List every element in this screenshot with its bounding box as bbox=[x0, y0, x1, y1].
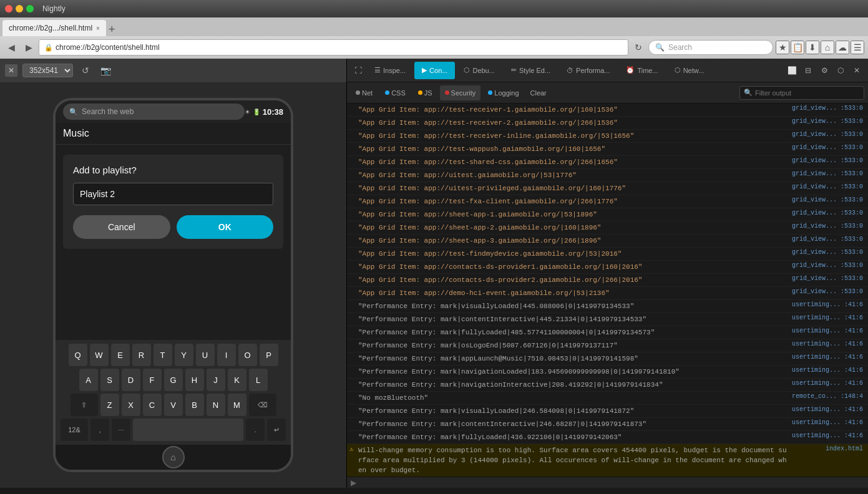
console-row[interactable]: "Performance Entry: mark|fullyLoaded|436… bbox=[347, 431, 868, 444]
filter-css[interactable]: CSS bbox=[380, 85, 411, 100]
key-r[interactable]: R bbox=[132, 344, 151, 366]
key-i[interactable]: I bbox=[217, 344, 236, 366]
console-source[interactable]: grid_view... :533:0 bbox=[789, 209, 868, 217]
console-row[interactable]: "App Grid Item: app://contacts-ds-provid… bbox=[347, 261, 868, 274]
console-source[interactable]: grid_view... :533:0 bbox=[789, 130, 868, 138]
console-source[interactable]: usertiming... :41:6 bbox=[789, 353, 868, 361]
phone-search-bar[interactable]: 🔍 Search the web bbox=[63, 104, 245, 120]
console-row[interactable]: "App Grid Item: app://contacts-ds-provid… bbox=[347, 274, 868, 287]
reload-button[interactable]: ↻ bbox=[631, 40, 646, 55]
key-q[interactable]: Q bbox=[69, 344, 87, 366]
console-source[interactable]: grid_view... :533:0 bbox=[789, 235, 868, 243]
key-o[interactable]: O bbox=[238, 344, 257, 366]
console-source[interactable]: usertiming... :41:6 bbox=[789, 379, 868, 387]
console-row[interactable]: "App Grid Item: app://test-wappush.gaiam… bbox=[347, 143, 868, 156]
console-row[interactable]: "App Grid Item: app://test-receiver-2.ga… bbox=[347, 117, 868, 130]
filter-net[interactable]: Net bbox=[351, 85, 378, 100]
console-row[interactable]: "App Grid Item: app://test-receiver-1.ga… bbox=[347, 104, 868, 117]
console-source[interactable]: usertiming... :41:6 bbox=[789, 340, 868, 348]
key-m[interactable]: M bbox=[228, 394, 246, 416]
key-shift[interactable]: ⇧ bbox=[71, 394, 98, 416]
console-source[interactable]: grid_view... :533:0 bbox=[789, 104, 868, 112]
key-period[interactable]: . bbox=[246, 419, 265, 441]
rotate-button[interactable]: ↺ bbox=[78, 63, 93, 78]
search-box[interactable]: 🔍 Search bbox=[648, 40, 773, 55]
key-d[interactable]: D bbox=[122, 369, 140, 391]
key-b[interactable]: B bbox=[185, 394, 204, 416]
console-source[interactable]: index.html bbox=[793, 445, 868, 453]
devtools-undock-icon[interactable]: ⬡ bbox=[833, 63, 848, 78]
key-space[interactable] bbox=[133, 419, 243, 441]
menu-icon[interactable]: ☰ bbox=[851, 41, 864, 54]
forward-button[interactable]: ▶ bbox=[21, 40, 36, 55]
devtools-split-icon[interactable]: ⊟ bbox=[801, 63, 816, 78]
screenshot-button[interactable]: 📷 bbox=[98, 63, 113, 78]
key-backspace[interactable]: ⌫ bbox=[249, 394, 276, 416]
console-source[interactable]: grid_view... :533:0 bbox=[789, 157, 868, 165]
console-source[interactable]: grid_view... :533:0 bbox=[789, 288, 868, 296]
console-source[interactable]: usertiming... :41:6 bbox=[789, 314, 868, 322]
key-l[interactable]: L bbox=[249, 369, 268, 391]
console-row[interactable]: "App Grid Item: app://test-fxa-client.ga… bbox=[347, 195, 868, 208]
key-z[interactable]: Z bbox=[100, 394, 119, 416]
console-row[interactable]: "No mozBluetooth"remote_co... :148:4 bbox=[347, 392, 868, 405]
tab-close-icon[interactable]: × bbox=[96, 25, 100, 32]
filter-security[interactable]: Security bbox=[440, 85, 481, 100]
filter-js[interactable]: JS bbox=[413, 85, 437, 100]
maximize-button[interactable] bbox=[26, 5, 34, 12]
key-h[interactable]: H bbox=[185, 369, 204, 391]
console-row[interactable]: "App Grid Item: app://sheet-app-2.gaiamo… bbox=[347, 221, 868, 235]
devtools-settings-icon[interactable]: ⚙ bbox=[817, 63, 832, 78]
key-a[interactable]: A bbox=[79, 369, 98, 391]
close-button[interactable] bbox=[5, 5, 12, 12]
key-n[interactable]: N bbox=[207, 394, 225, 416]
key-y[interactable]: Y bbox=[175, 344, 193, 366]
console-source[interactable]: grid_view... :533:0 bbox=[789, 170, 868, 178]
key-p[interactable]: P bbox=[260, 344, 278, 366]
console-source[interactable]: grid_view... :533:0 bbox=[789, 183, 868, 191]
console-source[interactable]: grid_view... :533:0 bbox=[789, 196, 868, 204]
key-g[interactable]: G bbox=[164, 369, 183, 391]
console-row[interactable]: "Performance Entry: mark|osLogoEnd|5087.… bbox=[347, 339, 868, 352]
console-source[interactable]: grid_view... :533:0 bbox=[789, 117, 868, 125]
key-j[interactable]: J bbox=[207, 369, 225, 391]
tab-console[interactable]: ▶ Con... bbox=[414, 62, 455, 79]
filter-logging[interactable]: Logging bbox=[483, 85, 524, 100]
console-row[interactable]: "App Grid Item: app://test-findmydevice.… bbox=[347, 248, 868, 261]
key-w[interactable]: W bbox=[90, 344, 109, 366]
console-source[interactable]: grid_view... :533:0 bbox=[789, 274, 868, 283]
browser-tab[interactable]: chrome://b2g.../shell.html × bbox=[2, 20, 106, 36]
bookmark-icon[interactable]: ★ bbox=[776, 41, 789, 54]
devtools-pick-button[interactable]: ⛶ bbox=[351, 63, 366, 78]
key-emoji[interactable]: ⋯ bbox=[112, 419, 130, 441]
console-row[interactable]: "App Grid Item: app://sheet-app-3.gaiamo… bbox=[347, 235, 868, 248]
sync-icon[interactable]: ☁ bbox=[836, 41, 849, 54]
console-row[interactable]: ⚠Will-change memory consumption is too h… bbox=[347, 444, 868, 477]
clear-button[interactable]: Clear bbox=[527, 89, 550, 97]
key-v[interactable]: V bbox=[164, 394, 183, 416]
console-source[interactable]: grid_view... :533:0 bbox=[789, 261, 868, 269]
home-button[interactable]: ⌂ bbox=[162, 446, 185, 468]
minimize-button[interactable] bbox=[16, 5, 23, 12]
console-row[interactable]: "Performance Entry: mark|visuallyLoaded|… bbox=[347, 300, 868, 313]
console-row[interactable]: "App Grid Item: app://demo-hci-event.gai… bbox=[347, 287, 868, 300]
key-e[interactable]: E bbox=[111, 344, 130, 366]
console-source[interactable]: usertiming... :41:6 bbox=[789, 432, 868, 440]
home-icon[interactable]: ⌂ bbox=[821, 41, 834, 54]
console-source[interactable]: grid_view... :533:0 bbox=[789, 143, 868, 152]
console-source[interactable]: grid_view... :533:0 bbox=[789, 248, 868, 256]
console-source[interactable]: usertiming... :41:6 bbox=[789, 301, 868, 309]
phone-size-select[interactable]: 352x541 bbox=[22, 64, 73, 77]
console-source[interactable]: remote_co... :148:4 bbox=[789, 392, 868, 400]
phone-close-button[interactable]: ✕ bbox=[5, 64, 17, 77]
console-source[interactable]: usertiming... :41:6 bbox=[789, 366, 868, 374]
back-button[interactable]: ◀ bbox=[4, 40, 19, 55]
filter-input-box[interactable]: 🔍 bbox=[739, 86, 864, 100]
tab-debugger[interactable]: ⬡ Debu... bbox=[456, 62, 502, 79]
key-c[interactable]: C bbox=[143, 394, 162, 416]
key-k[interactable]: K bbox=[228, 369, 246, 391]
console-row[interactable]: "Performance Entry: mark|contentInteract… bbox=[347, 418, 868, 431]
new-tab-button[interactable]: + bbox=[109, 23, 115, 36]
reader-icon[interactable]: 📋 bbox=[791, 41, 804, 54]
filter-input[interactable] bbox=[755, 89, 860, 97]
